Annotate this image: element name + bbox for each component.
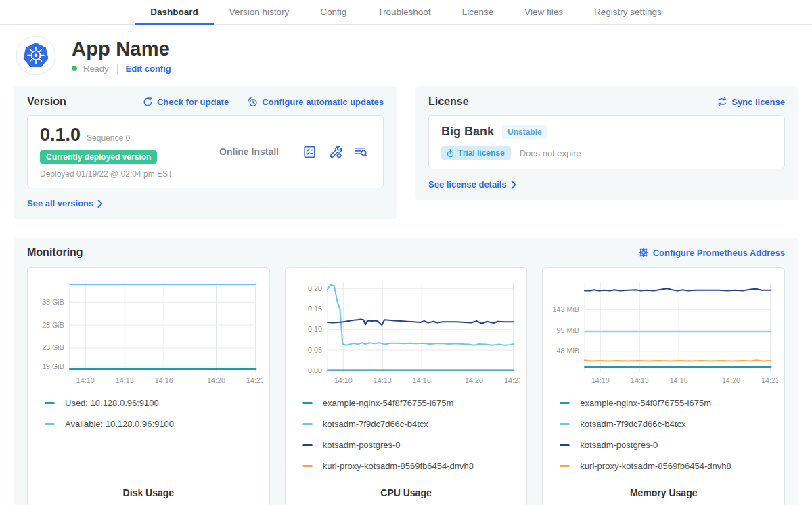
cpu-usage-chart-card: 0.000.050.100.150.2014:1014:1314:1614:20… [285,267,528,505]
legend-item: kotsadm-7f9dc7d66c-b4tcx [560,414,778,435]
disk-usage-chart-title: Disk Usage [34,477,263,504]
svg-text:14:20: 14:20 [722,376,740,385]
edit-config-link[interactable]: Edit config [126,64,171,74]
top-nav: Dashboard Version history Config Trouble… [0,0,812,25]
memory-usage-chart-card: 48 MiB95 MiB143 MiB14:1014:1314:1614:201… [542,267,785,505]
legend-swatch [302,423,313,425]
version-card: Version Check for update [14,86,397,219]
license-card-title: License [428,95,469,108]
configure-prometheus-label: Configure Prometheus Address [653,248,785,258]
svg-text:14:23: 14:23 [504,376,521,385]
tab-registry-settings[interactable]: Registry settings [579,0,677,25]
monitoring-title: Monitoring [27,246,83,259]
svg-text:95 MiB: 95 MiB [557,326,579,334]
diff-search-icon[interactable] [354,145,368,159]
version-card-title: Version [27,95,66,108]
legend-item: kotsadm-postgres-0 [302,435,521,456]
legend-swatch [302,444,313,446]
legend-swatch [560,444,570,446]
deployed-badge: Currently deployed version [40,150,157,164]
legend-item: example-nginx-54f8f76755-l675m [560,393,778,414]
svg-text:14:13: 14:13 [631,376,649,385]
legend-label: kotsadm-7f9dc7d66c-b4tcx [323,419,428,429]
tab-license[interactable]: License [447,0,510,25]
wrench-gear-icon[interactable] [328,145,342,159]
kubernetes-logo [16,36,55,75]
svg-text:14:13: 14:13 [373,376,391,385]
legend-label: kotsadm-postgres-0 [580,440,658,450]
svg-text:0.05: 0.05 [308,346,322,354]
monitoring-panel: Monitoring Configure Prometheus Address … [14,238,798,505]
legend-swatch [302,402,313,404]
app-header: App Name Ready Edit config [0,25,812,79]
svg-text:14:13: 14:13 [116,376,134,385]
svg-text:23 GiB: 23 GiB [42,343,64,351]
see-license-details-label: See license details [428,179,507,190]
version-number: 0.1.0 [40,125,81,146]
memory-usage-legend: example-nginx-54f8f76755-l675mkotsadm-7f… [560,393,778,477]
chevron-right-icon [97,200,103,208]
tab-config[interactable]: Config [304,0,362,25]
legend-swatch [560,465,570,467]
legend-swatch [45,402,55,404]
legend-item: kotsadm-7f9dc7d66c-b4tcx [302,414,521,435]
svg-text:14:23: 14:23 [761,376,778,385]
tab-view-files[interactable]: View files [509,0,579,25]
svg-text:14:16: 14:16 [670,376,688,385]
svg-text:14:10: 14:10 [76,376,95,385]
checklist-icon[interactable] [302,145,317,159]
see-all-versions-link[interactable]: See all versions [27,198,103,208]
app-status: Ready [83,64,109,74]
legend-label: example-nginx-54f8f76755-l675m [580,398,711,408]
sync-license-label: Sync license [731,97,785,107]
legend-label: kurl-proxy-kotsadm-8569fb6454-dnvh8 [323,461,474,471]
disk-usage-chart-card: 19 GiB23 GiB28 GiB33 GiB14:1014:1314:161… [27,267,270,505]
svg-text:14:10: 14:10 [591,376,610,385]
check-for-update-button[interactable]: Check for update [143,97,229,107]
legend-item: Used: 10.128.0.96:9100 [45,393,263,414]
svg-text:0.20: 0.20 [308,284,322,292]
legend-item: kotsadm-postgres-0 [560,435,778,456]
cpu-usage-chart: 0.000.050.100.150.2014:1014:1314:1614:20… [292,277,521,390]
trial-license-label: Trial license [458,148,505,158]
tab-version-history[interactable]: Version history [214,0,305,25]
configure-automatic-updates-button[interactable]: Configure automatic updates [248,97,384,107]
install-type-label: Online Install [196,146,302,157]
svg-text:14:16: 14:16 [155,376,173,385]
svg-text:14:23: 14:23 [246,376,263,385]
legend-item: kurl-proxy-kotsadm-8569fb6454-dnvh8 [560,456,778,477]
svg-text:0.00: 0.00 [308,366,322,374]
current-version-card: 0.1.0 Sequence 0 Currently deployed vers… [27,115,384,188]
page-title: App Name [72,38,171,60]
legend-swatch [45,423,55,425]
sync-license-button[interactable]: Sync license [717,96,785,107]
tab-dashboard[interactable]: Dashboard [135,0,214,25]
disk-usage-legend: Used: 10.128.0.96:9100Available: 10.128.… [45,393,263,435]
cpu-usage-chart-title: CPU Usage [292,477,521,504]
divider [117,64,118,74]
legend-item: kurl-proxy-kotsadm-8569fb6454-dnvh8 [302,456,521,477]
svg-text:33 GiB: 33 GiB [42,298,64,306]
disk-usage-chart: 19 GiB23 GiB28 GiB33 GiB14:1014:1314:161… [34,277,263,390]
svg-text:14:10: 14:10 [334,376,353,385]
check-for-update-label: Check for update [157,97,229,107]
sync-arrows-icon [717,96,727,107]
stopwatch-icon [446,149,455,158]
legend-label: kotsadm-postgres-0 [323,440,401,450]
svg-text:14:20: 14:20 [207,376,225,385]
configure-automatic-updates-label: Configure automatic updates [262,97,384,107]
legend-item: Available: 10.128.0.96:9100 [45,414,263,435]
clock-arrow-icon [248,97,258,107]
tab-troubleshoot[interactable]: Troubleshoot [362,0,446,25]
legend-label: kurl-proxy-kotsadm-8569fb6454-dnvh8 [580,461,731,471]
version-sequence: Sequence 0 [87,133,130,143]
summary-cards-row: Version Check for update [14,86,798,219]
svg-text:143 MiB: 143 MiB [553,305,579,313]
configure-prometheus-button[interactable]: Configure Prometheus Address [638,247,785,258]
legend-item: example-nginx-54f8f76755-l675m [302,393,521,414]
see-license-details-link[interactable]: See license details [428,179,516,190]
deployed-timestamp: Deployed 01/19/22 @ 02:04 pm EST [40,169,196,179]
svg-text:0.10: 0.10 [308,325,322,333]
svg-text:48 MiB: 48 MiB [557,347,579,355]
status-dot [72,66,77,71]
